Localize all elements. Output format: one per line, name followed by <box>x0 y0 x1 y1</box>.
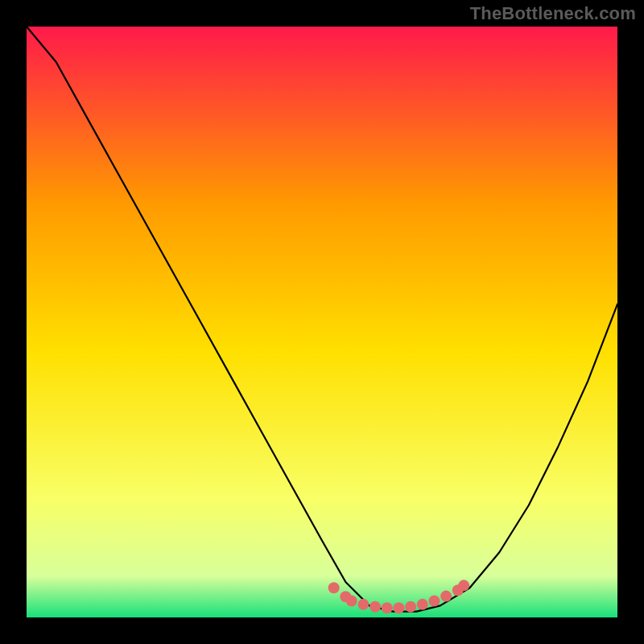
marker-dot <box>405 601 416 613</box>
marker-dot <box>393 602 404 613</box>
marker-dot <box>328 582 340 593</box>
chart-svg <box>0 0 644 644</box>
marker-dot <box>346 595 357 606</box>
marker-dot <box>382 602 393 613</box>
chart-stage: TheBottleneck.com <box>0 0 644 644</box>
marker-dot <box>428 595 440 606</box>
marker-dot <box>357 599 369 610</box>
marker-dot <box>458 580 469 591</box>
plot-background <box>27 27 617 617</box>
marker-dot <box>417 599 428 610</box>
marker-dot <box>440 591 452 602</box>
marker-dot <box>369 601 381 613</box>
